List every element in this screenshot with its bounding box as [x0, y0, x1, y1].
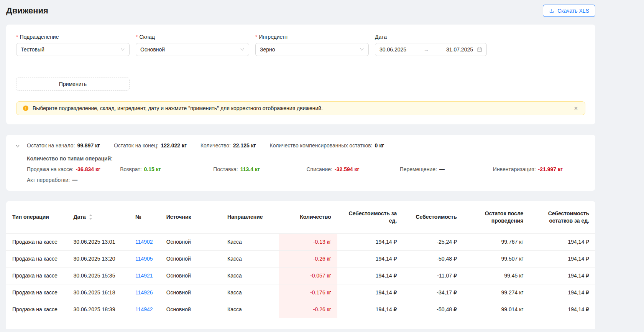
- table-row: Продажа на кассе 30.06.2025 13:20 114905…: [6, 250, 595, 267]
- document-link[interactable]: 114942: [135, 306, 153, 312]
- column-header-source: Источник: [160, 201, 221, 233]
- cell-cost: -11,07 ₽: [403, 267, 463, 284]
- cell-number: 114902: [129, 233, 160, 250]
- department-label: *Подразделение: [16, 34, 130, 40]
- stat-quantity: Количество:22.125 кг: [200, 142, 256, 149]
- cell-number: 114926: [129, 284, 160, 301]
- document-link[interactable]: 114905: [135, 256, 153, 262]
- collapse-chevron-icon[interactable]: [15, 142, 23, 183]
- cell-date: 30.06.2025 18:39: [67, 301, 129, 318]
- op-return: Возврат:0.15 кг: [120, 166, 213, 172]
- date-end-value[interactable]: 31.07.2025: [446, 46, 473, 53]
- cell-number: 114942: [129, 301, 160, 318]
- cell-remainder-unit-cost: 194,14 ₽: [529, 250, 595, 267]
- cell-remainder-after: 99.767 кг: [463, 233, 530, 250]
- close-icon[interactable]: ✕: [573, 106, 579, 111]
- document-link[interactable]: 114926: [135, 289, 153, 296]
- cell-remainder-after: 99.274 кг: [463, 284, 530, 301]
- cell-source: Основной: [160, 233, 221, 250]
- date-start-value[interactable]: 30.06.2025: [380, 46, 406, 53]
- column-header-remainder-unit-cost: Себестоимость остатков за ед.: [529, 201, 595, 233]
- download-xls-label: Скачать XLS: [557, 8, 589, 14]
- cell-remainder-unit-cost: 194,14 ₽: [529, 284, 595, 301]
- hint-alert: Выберите подразделение, склад, ингредиен…: [16, 101, 585, 115]
- ops-section-title: Количество по типам операций:: [27, 155, 586, 162]
- filters-panel: *Подразделение Тестовый *Склад Основной …: [6, 25, 595, 124]
- filters-row: *Подразделение Тестовый *Склад Основной …: [16, 34, 585, 56]
- column-header-quantity: Количество: [279, 201, 337, 233]
- cell-quantity: -0.26 кг: [279, 301, 337, 318]
- chevron-down-icon: [240, 47, 245, 52]
- download-xls-button[interactable]: Скачать XLS: [543, 5, 595, 17]
- cell-date: 30.06.2025 13:20: [67, 250, 129, 267]
- cell-operation-type: Продажа на кассе: [6, 267, 67, 284]
- op-transfer: Перемещение:—: [400, 166, 493, 172]
- warehouse-label: *Склад: [136, 34, 249, 40]
- movements-table: Тип операции Дата № Источник Направление…: [6, 201, 595, 318]
- document-link[interactable]: 114921: [135, 273, 153, 279]
- cell-quantity: -0.13 кг: [279, 233, 337, 250]
- ops-grid: Продажа на кассе:-36.834 кг Возврат:0.15…: [27, 166, 586, 183]
- chevron-down-icon: [360, 47, 364, 52]
- summary-panel: Остаток на начало:99.897 кг Остаток на к…: [6, 135, 595, 191]
- table-row: Продажа на кассе 30.06.2025 18:39 114942…: [6, 301, 595, 318]
- column-header-date[interactable]: Дата: [67, 201, 129, 233]
- document-link[interactable]: 114902: [135, 239, 153, 245]
- ingredient-select-value: Зерно: [260, 46, 275, 53]
- cell-direction: Касса: [221, 284, 279, 301]
- cell-remainder-unit-cost: 194,14 ₽: [529, 267, 595, 284]
- stat-opening-balance: Остаток на начало:99.897 кг: [27, 142, 100, 149]
- table-row: Продажа на кассе 30.06.2025 15:35 114921…: [6, 267, 595, 284]
- cell-cost: -25,24 ₽: [403, 233, 463, 250]
- calendar-icon: [477, 47, 482, 52]
- cell-operation-type: Продажа на кассе: [6, 301, 67, 318]
- cell-quantity: -0.176 кг: [279, 284, 337, 301]
- column-header-direction: Направление: [221, 201, 279, 233]
- table-row: Продажа на кассе 30.06.2025 13:01 114902…: [6, 233, 595, 250]
- cell-unit-cost: 194,14 ₽: [337, 250, 403, 267]
- cell-source: Основной: [160, 267, 221, 284]
- sort-icons[interactable]: [89, 213, 92, 221]
- cell-date: 30.06.2025 15:35: [67, 267, 129, 284]
- column-header-cost: Себестоимость: [403, 201, 463, 233]
- table-row: Продажа на кассе 30.06.2025 16:18 114926…: [6, 284, 595, 301]
- download-icon: [549, 8, 554, 13]
- cell-remainder-after: 99.507 кг: [463, 250, 530, 267]
- cell-date: 30.06.2025 16:18: [67, 284, 129, 301]
- ingredient-label: *Ингредиент: [255, 34, 369, 40]
- department-select-value: Тестовый: [21, 46, 44, 53]
- cell-quantity: -0.057 кг: [279, 267, 337, 284]
- main-content: Движения Скачать XLS *Подразделение Тест…: [6, 0, 595, 329]
- chevron-down-icon: [120, 47, 125, 52]
- cell-direction: Касса: [221, 250, 279, 267]
- cell-remainder-unit-cost: 194,14 ₽: [529, 233, 595, 250]
- summary-body: Остаток на начало:99.897 кг Остаток на к…: [27, 142, 586, 183]
- apply-button[interactable]: Применить: [16, 78, 130, 91]
- op-writeoff: Списание:-32.594 кг: [307, 166, 400, 172]
- column-header-remainder-after: Остаток после проведения: [463, 201, 530, 233]
- op-processing-act: Акт переработки:—: [27, 177, 120, 183]
- cell-direction: Касса: [221, 267, 279, 284]
- cell-number: 114921: [129, 267, 160, 284]
- date-range-picker[interactable]: 30.06.2025 → 31.07.2025: [375, 43, 487, 56]
- warehouse-select[interactable]: Основной: [136, 43, 249, 56]
- movements-table-card: Тип операции Дата № Источник Направление…: [6, 201, 595, 329]
- page-header: Движения Скачать XLS: [6, 3, 595, 18]
- cell-unit-cost: 194,14 ₽: [337, 284, 403, 301]
- cell-source: Основной: [160, 301, 221, 318]
- cell-cost: -34,17 ₽: [403, 284, 463, 301]
- warehouse-select-value: Основной: [140, 46, 165, 53]
- cell-direction: Касса: [221, 301, 279, 318]
- cell-cost: -50,48 ₽: [403, 301, 463, 318]
- column-header-unit-cost: Себестоимость за ед.: [337, 201, 403, 233]
- required-asterisk: *: [255, 34, 257, 40]
- ingredient-select[interactable]: Зерно: [255, 43, 369, 56]
- column-header-number: №: [129, 201, 160, 233]
- cell-unit-cost: 194,14 ₽: [337, 267, 403, 284]
- cell-source: Основной: [160, 284, 221, 301]
- table-header-row: Тип операции Дата № Источник Направление…: [6, 201, 595, 233]
- department-select[interactable]: Тестовый: [16, 43, 130, 56]
- swap-right-icon: →: [410, 46, 442, 53]
- summary-stats-row: Остаток на начало:99.897 кг Остаток на к…: [27, 142, 586, 149]
- column-header-operation-type: Тип операции: [6, 201, 67, 233]
